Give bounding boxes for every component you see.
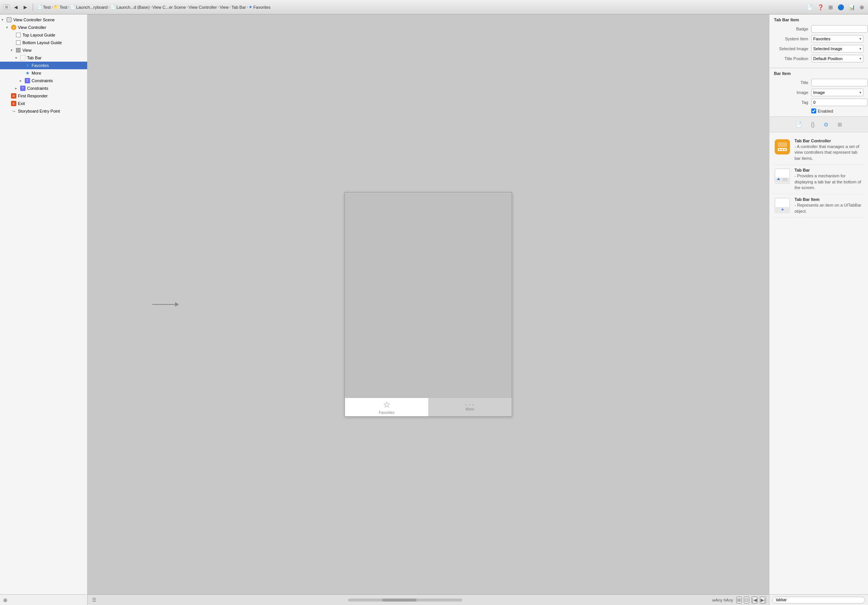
- title-position-select[interactable]: Default Position Above Image Below Image: [811, 55, 863, 62]
- breadcrumb-launch1[interactable]: 📄 Launch...ryboard: [70, 5, 108, 10]
- tree-label-constraints-inner: Constraints: [32, 78, 53, 83]
- breadcrumb-test1[interactable]: 📄 Test: [37, 5, 51, 10]
- layout-icon-btn[interactable]: ⊞: [828, 3, 834, 11]
- desc-tab-bar-body: - Provides a mechanism for displaying a …: [795, 173, 863, 191]
- tab-bar-desc-icon: [775, 169, 790, 184]
- breadcrumb-test2[interactable]: 📁 Test: [54, 5, 67, 10]
- enabled-row: Enabled: [774, 108, 863, 113]
- breadcrumb-launch2[interactable]: 📄 Launch...d (Base): [110, 5, 150, 10]
- tree-label-scene: View Controller Scene: [13, 18, 55, 22]
- favorites-label-preview: Favorites: [379, 411, 394, 415]
- tree-item-scene[interactable]: View Controller Scene: [0, 16, 87, 24]
- tree-label-exit: Exit: [18, 101, 25, 106]
- canvas-footer-icon4[interactable]: ▶|: [760, 597, 766, 603]
- image-select-wrap: Image ▼: [811, 89, 863, 96]
- tree-arrow-vc: [6, 25, 11, 29]
- tree-arrow-view: [11, 48, 15, 52]
- tab-size-inspector[interactable]: ⊞: [836, 120, 844, 129]
- breadcrumb: 📄 Test › 📁 Test › 📄 Launch...ryboard › 📄…: [37, 5, 803, 10]
- storyboard-icon: 📄: [70, 5, 75, 10]
- desc-tab-bar-text: Tab Bar - Provides a mechanism for displ…: [795, 168, 863, 191]
- search-input[interactable]: [772, 597, 865, 603]
- more-label-preview: More: [466, 407, 474, 411]
- exit-icon: E: [11, 100, 17, 107]
- right-panel: Tab Bar Item Badge System Item Favorites…: [769, 14, 868, 605]
- tree-item-view[interactable]: View: [0, 46, 87, 54]
- badge-input[interactable]: [811, 25, 868, 33]
- desc-tab-bar: Tab Bar - Provides a mechanism for displ…: [772, 165, 865, 194]
- help-icon-btn[interactable]: ❓: [817, 3, 825, 11]
- network-icon-btn[interactable]: 🔵: [837, 3, 845, 11]
- desc-tab-bar-controller-icon-wrap: [774, 139, 791, 155]
- device-content: [345, 193, 512, 398]
- tab-attributes-inspector[interactable]: ⊙: [822, 120, 830, 129]
- badge-row: Badge: [774, 25, 863, 33]
- tab-favorites-preview[interactable]: ☆ Favorites: [345, 398, 428, 416]
- tree-item-bottom-layout[interactable]: Bottom Layout Guide: [0, 39, 87, 46]
- tree-label-entry-point: Storyboard Entry Point: [18, 109, 60, 113]
- tree-item-exit[interactable]: E Exit: [0, 100, 87, 107]
- canvas-footer-icon3[interactable]: |◀: [752, 597, 758, 603]
- tree-arrow-scene: [2, 18, 6, 22]
- svg-text:★: ★: [781, 207, 784, 212]
- constraints-outer-icon: T: [20, 85, 26, 91]
- breadcrumb-vc-scene[interactable]: View C...er Scene: [152, 5, 186, 10]
- tab-more-preview[interactable]: • • • More: [428, 398, 512, 416]
- canvas-footer-icon1[interactable]: ⊞: [736, 597, 742, 603]
- bottom-layout-icon: [15, 40, 21, 46]
- tab-bar-item-desc-icon: ★: [775, 198, 790, 213]
- tag-input[interactable]: [811, 99, 868, 106]
- tree-label-view: View: [22, 48, 32, 53]
- bar-item-section: Bar Item Title Image Image ▼ Tag: [769, 68, 868, 117]
- tree-item-entry-point[interactable]: ↪ Storyboard Entry Point: [0, 107, 87, 115]
- image-select[interactable]: Image: [811, 89, 863, 96]
- enabled-checkbox[interactable]: [811, 108, 816, 113]
- title-input[interactable]: [811, 79, 868, 86]
- canvas-footer-icon2[interactable]: ⊡: [744, 597, 749, 603]
- tree-item-vc[interactable]: V View Controller: [0, 24, 87, 31]
- title-position-select-wrap: Default Position Above Image Below Image…: [811, 55, 863, 62]
- tree-item-constraints-inner[interactable]: T Constraints: [0, 77, 87, 84]
- tab-file-inspector[interactable]: 📄: [794, 120, 803, 129]
- tree-item-tabbar[interactable]: Tab Bar: [0, 54, 87, 62]
- title-row: Title: [774, 79, 863, 86]
- selected-image-select[interactable]: Selected Image: [811, 45, 863, 53]
- breadcrumb-tabbar[interactable]: Tab Bar: [231, 5, 246, 10]
- left-panel-add-btn[interactable]: ⊕: [3, 597, 8, 603]
- tree-item-more[interactable]: ★ More: [0, 69, 87, 77]
- system-item-select[interactable]: Favorites More Custom: [811, 35, 863, 43]
- desc-tab-bar-item-icon-wrap: ★: [774, 197, 791, 214]
- badge-label: Badge: [774, 27, 808, 31]
- more-dots-preview: • • •: [466, 403, 474, 406]
- base-icon: 📄: [110, 5, 116, 10]
- system-item-row: System Item Favorites More Custom ▼: [774, 35, 863, 43]
- tree-label-vc: View Controller: [18, 25, 46, 30]
- panel-toggle-btn[interactable]: ☰: [91, 597, 98, 603]
- new-file-icon-btn[interactable]: 📄: [806, 3, 814, 11]
- tree-item-first-responder[interactable]: R First Responder: [0, 92, 87, 100]
- tree-label-constraints-outer: Constraints: [27, 86, 48, 91]
- tree-item-top-layout[interactable]: Top Layout Guide: [0, 31, 87, 39]
- back-button[interactable]: ◀: [12, 3, 19, 11]
- title-position-label: Title Position: [774, 56, 808, 61]
- breadcrumb-view[interactable]: View: [220, 5, 229, 10]
- add-icon-btn[interactable]: ⊕: [859, 3, 865, 11]
- right-panel-search: [769, 594, 868, 605]
- entry-point-icon: ↪: [11, 108, 17, 114]
- desc-tab-bar-icon-wrap: [774, 168, 791, 185]
- tree-arrow-constraints-outer: [15, 86, 20, 90]
- top-layout-icon: [15, 32, 21, 38]
- breadcrumb-vc[interactable]: View Controller: [188, 5, 217, 10]
- forward-button[interactable]: ▶: [22, 3, 29, 11]
- image-row: Image Image ▼: [774, 89, 863, 96]
- desc-tab-bar-controller-text: Tab Bar Controller - A controller that m…: [795, 139, 863, 161]
- tree-item-favorites[interactable]: ★ Favorites: [0, 62, 87, 69]
- tree-arrow-tabbar: [15, 56, 20, 60]
- stats-icon-btn[interactable]: 📊: [848, 3, 856, 11]
- breadcrumb-favorites[interactable]: ★ Favorites: [249, 5, 270, 10]
- tab-quick-help[interactable]: {}: [809, 120, 816, 129]
- tree-item-constraints-outer[interactable]: T Constraints: [0, 84, 87, 92]
- device-frame: ☆ Favorites • • • More: [345, 192, 512, 417]
- favorites-star-preview: ☆: [383, 400, 391, 410]
- vc-icon: V: [11, 24, 17, 30]
